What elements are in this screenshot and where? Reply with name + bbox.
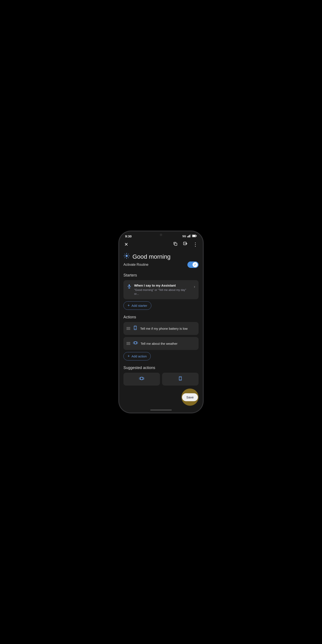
drag-handle-weather <box>126 342 130 345</box>
toggle-check-icon: ✓ <box>194 263 196 266</box>
add-starter-button[interactable]: + Add starter <box>124 302 151 310</box>
activate-label: Activate Routine <box>124 263 148 266</box>
action-card-battery[interactable]: Tell me if my phone battery is low <box>124 322 198 335</box>
save-highlight: Save <box>182 388 198 406</box>
starter-text-block: When I say to my Assistant "Good morning… <box>134 284 191 296</box>
starter-card[interactable]: When I say to my Assistant "Good morning… <box>124 280 198 299</box>
svg-rect-30 <box>179 376 182 380</box>
close-button[interactable]: ✕ <box>124 241 129 248</box>
status-time: 9:30 <box>125 234 132 238</box>
suggested-card-phone[interactable] <box>162 373 198 386</box>
routine-title: Good morning <box>132 253 170 260</box>
save-fab-container: Save <box>182 388 198 406</box>
phone-screen: 9:30 5G <box>119 232 203 412</box>
action-text-weather: Tell me about the weather <box>140 342 196 346</box>
svg-rect-5 <box>192 235 196 237</box>
signal-icon <box>188 234 191 238</box>
share-icon <box>183 242 188 248</box>
home-indicator <box>150 410 172 410</box>
top-bar: ✕ <box>119 240 203 251</box>
suggested-weather-icon <box>139 376 144 382</box>
copy-button[interactable] <box>172 241 178 248</box>
starter-card-arrow: › <box>194 284 195 289</box>
activate-row: Activate Routine ✓ <box>124 262 198 268</box>
share-button[interactable] <box>182 241 188 248</box>
svg-line-16 <box>128 254 129 254</box>
more-button[interactable]: ⋮ <box>192 241 198 248</box>
battery-icon <box>192 235 197 238</box>
top-bar-actions: ⋮ <box>172 241 198 248</box>
suggested-actions-grid <box>124 373 198 386</box>
add-starter-label: Add starter <box>132 304 147 308</box>
actions-header: Actions <box>124 315 198 320</box>
svg-rect-0 <box>188 236 188 238</box>
network-label: 5G <box>182 235 186 238</box>
status-icons: 5G <box>182 234 197 238</box>
svg-line-17 <box>125 258 125 258</box>
routine-icon <box>124 253 130 260</box>
weather-icon <box>133 340 138 346</box>
svg-point-27 <box>140 377 143 380</box>
add-action-button[interactable]: + Add action <box>124 352 151 360</box>
close-icon: ✕ <box>124 242 128 247</box>
svg-rect-18 <box>128 284 130 286</box>
phone-device: 9:30 5G <box>119 232 203 412</box>
copy-icon <box>173 242 178 248</box>
camera-notch <box>160 234 162 236</box>
svg-point-24 <box>134 342 136 344</box>
svg-line-15 <box>128 258 129 258</box>
activate-toggle[interactable]: ✓ <box>188 262 198 268</box>
phone-icon <box>133 326 138 332</box>
svg-rect-2 <box>189 235 190 238</box>
starter-card-title: When I say to my Assistant <box>134 284 191 287</box>
svg-rect-3 <box>190 234 191 238</box>
svg-rect-1 <box>188 236 189 238</box>
action-card-weather[interactable]: Tell me about the weather <box>124 337 198 350</box>
svg-line-14 <box>125 254 125 254</box>
drag-handle-battery <box>126 327 130 330</box>
suggested-card-weather[interactable] <box>124 373 160 386</box>
mic-icon <box>127 284 132 290</box>
action-text-battery: Tell me if my phone battery is low <box>140 327 196 330</box>
add-action-plus-icon: + <box>128 354 130 358</box>
routine-title-row: Good morning <box>124 253 198 260</box>
starter-card-subtitle: "Good morning" or "Tell me about my day"… <box>134 288 191 296</box>
save-button[interactable]: Save <box>182 393 198 401</box>
starters-header: Starters <box>124 273 198 278</box>
add-action-label: Add action <box>132 354 147 358</box>
suggested-phone-icon <box>178 376 183 382</box>
svg-rect-6 <box>196 236 197 236</box>
svg-rect-7 <box>174 243 177 245</box>
add-starter-plus-icon: + <box>128 303 130 308</box>
suggested-actions-header: Suggested actions <box>124 366 198 370</box>
svg-point-9 <box>126 255 128 257</box>
more-icon: ⋮ <box>193 242 198 248</box>
svg-rect-21 <box>134 326 136 330</box>
